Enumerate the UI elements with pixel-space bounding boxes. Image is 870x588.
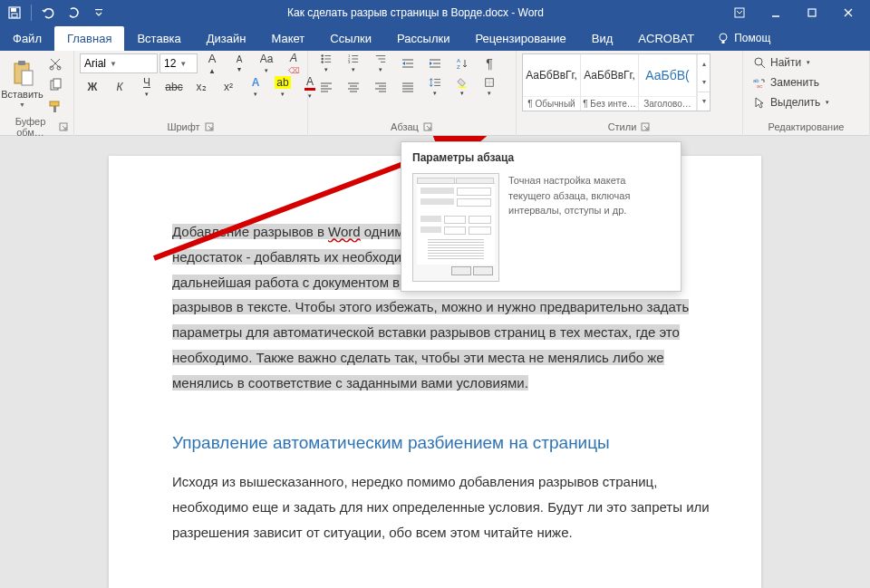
- svg-rect-2: [12, 14, 17, 17]
- shading-button[interactable]: ▾: [450, 77, 475, 97]
- group-clipboard: Вставить ▼ Буфер обм…: [0, 51, 74, 136]
- subscript-button[interactable]: x₂: [188, 77, 214, 97]
- tab-references[interactable]: Ссылки: [317, 26, 384, 51]
- align-center-button[interactable]: [341, 77, 366, 97]
- superscript-button[interactable]: x²: [216, 77, 241, 97]
- group-font: Arial▼ 12▼ A▲ A▼ Aa▾ A⌫ Ж К Ч▾ abc x₂ x²…: [74, 51, 308, 136]
- svg-point-72: [755, 58, 762, 65]
- line-spacing-button[interactable]: ▾: [422, 77, 448, 97]
- cut-button[interactable]: [43, 53, 68, 73]
- svg-point-26: [321, 58, 324, 61]
- styles-gallery: АаБбВвГг, ¶ Обычный АаБбВвГг, ¶ Без инте…: [522, 53, 710, 111]
- svg-point-9: [720, 34, 727, 41]
- tab-home[interactable]: Главная: [54, 26, 124, 51]
- multilevel-list-button[interactable]: ▾: [368, 53, 393, 73]
- document-workspace: Параметры абзаца Точная настройка м: [0, 136, 870, 588]
- svg-rect-19: [53, 79, 61, 88]
- minimize-button[interactable]: [758, 0, 794, 25]
- copy-button[interactable]: [43, 75, 68, 95]
- decrease-indent-button[interactable]: [395, 53, 420, 73]
- borders-button[interactable]: ▾: [477, 77, 502, 97]
- titlebar: Как сделать разрыв страницы в Ворде.docx…: [0, 0, 870, 25]
- styles-row-up[interactable]: ▴: [698, 54, 710, 72]
- italic-button[interactable]: К: [107, 77, 132, 97]
- qat-customize-button[interactable]: [88, 2, 110, 24]
- save-button[interactable]: [4, 2, 25, 24]
- close-button[interactable]: [830, 0, 866, 25]
- sort-button[interactable]: AZ: [450, 53, 475, 73]
- styles-more[interactable]: ▾: [698, 92, 710, 111]
- tab-design[interactable]: Дизайн: [194, 26, 259, 51]
- paste-button[interactable]: Вставить ▼: [5, 53, 39, 113]
- svg-rect-4: [735, 8, 744, 17]
- bullets-button[interactable]: ▾: [314, 53, 339, 73]
- svg-rect-21: [53, 106, 56, 112]
- tell-me-search[interactable]: Помощ: [707, 25, 779, 51]
- tab-layout[interactable]: Макет: [258, 26, 317, 51]
- replace-button[interactable]: abac Заменить: [749, 73, 833, 92]
- tab-mailings[interactable]: Рассылки: [384, 26, 462, 51]
- ribbon-options-button[interactable]: [721, 0, 758, 25]
- redo-button[interactable]: [63, 2, 84, 24]
- search-icon: [752, 55, 767, 70]
- grow-font-button[interactable]: A▲: [199, 53, 225, 73]
- svg-rect-20: [50, 101, 59, 106]
- style-heading1[interactable]: АаБбВ( Заголово…: [639, 54, 697, 111]
- lightbulb-icon: [716, 31, 730, 45]
- style-no-spacing[interactable]: АаБбВвГг, ¶ Без инте…: [581, 54, 639, 111]
- show-hide-button[interactable]: ¶: [477, 53, 502, 73]
- strikethrough-button[interactable]: abc: [161, 77, 187, 97]
- document-heading[interactable]: Управление автоматическим разбиением на …: [172, 433, 718, 453]
- svg-point-24: [321, 54, 324, 57]
- ribbon-tabs: Файл Главная Вставка Дизайн Макет Ссылки…: [0, 25, 870, 51]
- tab-acrobat[interactable]: ACROBAT: [625, 26, 707, 51]
- svg-rect-6: [808, 9, 816, 16]
- svg-rect-13: [22, 71, 33, 85]
- tab-insert[interactable]: Вставка: [124, 26, 193, 51]
- clipboard-dialog-launcher[interactable]: [59, 121, 68, 132]
- numbering-button[interactable]: 123▾: [341, 53, 366, 73]
- window-controls: [721, 0, 866, 25]
- svg-rect-1: [11, 8, 16, 12]
- increase-indent-button[interactable]: [422, 53, 448, 73]
- svg-point-28: [321, 61, 324, 63]
- tab-file[interactable]: Файл: [0, 26, 54, 51]
- tab-view[interactable]: Вид: [579, 26, 626, 51]
- font-name-combo[interactable]: Arial▼: [80, 53, 158, 73]
- text-effects-button[interactable]: A▾: [243, 77, 268, 97]
- align-right-button[interactable]: [368, 77, 393, 97]
- document-paragraph-2[interactable]: Исходя из вышесказанного, нередко помимо…: [172, 469, 718, 545]
- maximize-button[interactable]: [794, 0, 830, 25]
- styles-row-down[interactable]: ▾: [698, 72, 710, 91]
- font-dialog-launcher[interactable]: [204, 121, 215, 132]
- justify-button[interactable]: [395, 77, 420, 97]
- paragraph-dialog-launcher[interactable]: [422, 121, 433, 132]
- svg-rect-10: [722, 41, 725, 43]
- font-size-combo[interactable]: 12▼: [160, 53, 198, 73]
- group-editing: Найти▾ abac Заменить Выделить▾ Редактиро…: [743, 51, 870, 136]
- align-left-button[interactable]: [314, 77, 339, 97]
- change-case-button[interactable]: Aa▾: [254, 53, 279, 73]
- clear-formatting-button[interactable]: A⌫: [281, 53, 306, 73]
- format-painter-button[interactable]: [43, 97, 68, 117]
- tooltip-preview-image: [412, 173, 499, 282]
- styles-dialog-launcher[interactable]: [640, 121, 651, 132]
- underline-button[interactable]: Ч▾: [134, 77, 160, 97]
- tooltip-description: Точная настройка макета текущего абзаца,…: [508, 173, 670, 282]
- svg-text:Z: Z: [457, 64, 460, 70]
- svg-line-73: [761, 64, 765, 68]
- select-button[interactable]: Выделить▾: [749, 93, 833, 111]
- highlight-button[interactable]: ab▾: [270, 77, 295, 97]
- style-normal[interactable]: АаБбВвГг, ¶ Обычный: [523, 54, 581, 111]
- bold-button[interactable]: Ж: [80, 77, 105, 97]
- tooltip-title: Параметры абзаца: [412, 151, 670, 164]
- group-paragraph: ▾ 123▾ ▾ AZ ¶ ▾ ▾ ▾ Абзац: [308, 51, 517, 136]
- svg-rect-12: [18, 61, 25, 65]
- shrink-font-button[interactable]: A▼: [227, 53, 252, 73]
- find-button[interactable]: Найти▾: [749, 53, 833, 72]
- tab-review[interactable]: Рецензирование: [462, 26, 578, 51]
- quick-access-toolbar: [4, 2, 110, 24]
- undo-button[interactable]: [37, 2, 59, 24]
- svg-text:3: 3: [348, 60, 351, 64]
- svg-rect-66: [459, 86, 467, 88]
